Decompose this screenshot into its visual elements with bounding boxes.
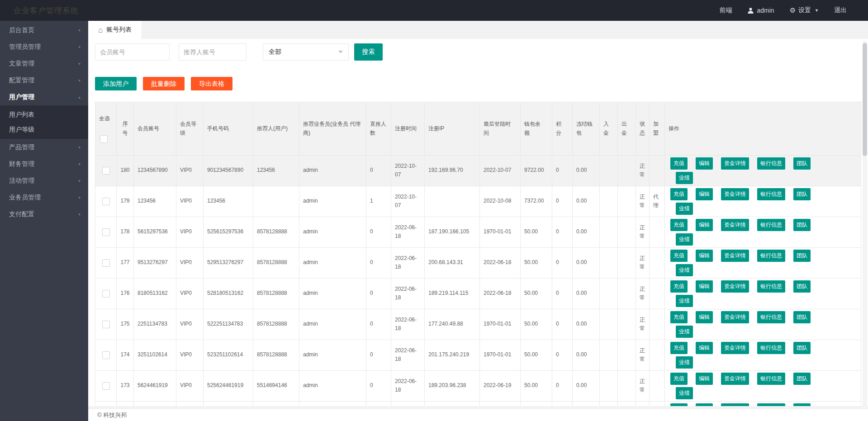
recharge-button[interactable]: 充值 <box>670 157 688 170</box>
funds-detail-button[interactable]: 资金详情 <box>721 311 749 323</box>
sidebar-subitem[interactable]: 用户列表 <box>0 107 88 122</box>
team-button[interactable]: 团队 <box>793 342 811 354</box>
bank-info-button[interactable]: 银行信息 <box>757 188 785 200</box>
funds-detail-button[interactable]: 资金详情 <box>721 342 749 354</box>
bank-info-button[interactable]: 银行信息 <box>757 373 785 385</box>
sidebar-item[interactable]: 管理员管理▼ <box>0 38 88 55</box>
edit-button[interactable]: 编辑 <box>696 311 713 323</box>
caret-down-icon: ▼ <box>78 28 81 32</box>
status-select[interactable]: 全部 <box>263 43 349 61</box>
bank-info-button[interactable]: 银行信息 <box>757 342 785 354</box>
performance-button[interactable]: 业绩 <box>676 172 693 184</box>
recharge-button[interactable]: 充值 <box>670 373 688 385</box>
funds-detail-button[interactable]: 资金详情 <box>721 157 749 170</box>
add-user-button[interactable]: 添加用户 <box>95 77 137 90</box>
recharge-button[interactable]: 充值 <box>670 311 688 323</box>
row-checkbox[interactable] <box>102 290 110 298</box>
sidebar-item[interactable]: 产品管理▼ <box>0 139 88 156</box>
performance-button[interactable]: 业绩 <box>676 387 693 399</box>
sidebar-item[interactable]: 支付配置▼ <box>0 206 88 222</box>
team-button[interactable]: 团队 <box>793 373 811 385</box>
bank-info-button[interactable]: 银行信息 <box>757 250 785 262</box>
edit-button[interactable]: 编辑 <box>696 250 713 262</box>
recharge-button[interactable]: 充值 <box>670 403 688 406</box>
bank-info-button[interactable]: 银行信息 <box>757 311 785 323</box>
performance-button[interactable]: 业绩 <box>676 326 693 338</box>
export-table-button[interactable]: 导出表格 <box>191 77 232 90</box>
funds-detail-button[interactable]: 资金详情 <box>721 373 749 385</box>
cell-balance: 50.00 <box>521 401 552 406</box>
performance-button[interactable]: 业绩 <box>676 295 693 307</box>
recharge-button[interactable]: 充值 <box>670 188 688 200</box>
performance-button[interactable]: 业绩 <box>676 264 693 276</box>
logout-link[interactable]: 退出 <box>826 0 854 21</box>
team-button[interactable]: 团队 <box>793 250 811 262</box>
funds-detail-button[interactable]: 资金详情 <box>721 250 749 262</box>
table-row: 1735624461919VIP05256244619195514694146a… <box>95 370 861 401</box>
performance-button[interactable]: 业绩 <box>676 356 693 369</box>
cell-frozen: 0.00 <box>573 155 600 186</box>
cell-reg-ip: 201.175.240.219 <box>425 340 480 370</box>
funds-detail-button[interactable]: 资金详情 <box>721 188 749 200</box>
frontend-link[interactable]: 前端 <box>711 0 740 21</box>
team-button[interactable]: 团队 <box>793 311 811 323</box>
tab-account-list[interactable]: ⌂ 账号列表 <box>88 21 142 39</box>
batch-delete-button[interactable]: 批量删除 <box>143 77 185 90</box>
performance-button[interactable]: 业绩 <box>676 233 693 246</box>
performance-button[interactable]: 业绩 <box>676 203 693 215</box>
settings-menu[interactable]: ⚙ 设置 ▼ <box>782 0 826 21</box>
team-button[interactable]: 团队 <box>793 188 811 200</box>
recharge-button[interactable]: 充值 <box>670 219 688 231</box>
row-checkbox[interactable] <box>102 167 110 175</box>
search-button[interactable]: 搜索 <box>354 43 383 61</box>
sidebar-item[interactable]: 文章管理▼ <box>0 55 88 72</box>
edit-button[interactable]: 编辑 <box>696 342 713 354</box>
recharge-button[interactable]: 充值 <box>670 250 688 262</box>
cell-points: 0 <box>552 309 573 340</box>
bank-info-button[interactable]: 银行信息 <box>757 219 785 231</box>
edit-button[interactable]: 编辑 <box>696 373 713 385</box>
team-button[interactable]: 团队 <box>793 219 811 231</box>
cell-deposit <box>600 401 618 406</box>
cell-join <box>650 247 665 278</box>
edit-button[interactable]: 编辑 <box>696 403 713 406</box>
scrollbar-thumb[interactable] <box>863 43 867 156</box>
bank-info-button[interactable]: 银行信息 <box>757 157 785 170</box>
vertical-scrollbar[interactable] <box>863 41 867 409</box>
cell-salesman: admin <box>299 186 366 217</box>
funds-detail-button[interactable]: 资金详情 <box>721 280 749 293</box>
cell-frozen: 0.00 <box>573 217 600 247</box>
user-menu[interactable]: admin <box>740 0 782 21</box>
cell-level: VIP0 <box>176 155 204 186</box>
bank-info-button[interactable]: 银行信息 <box>757 280 785 293</box>
sidebar-item[interactable]: 业务员管理▼ <box>0 189 88 206</box>
select-all-checkbox[interactable] <box>100 135 108 143</box>
row-checkbox[interactable] <box>102 228 110 236</box>
recharge-button[interactable]: 充值 <box>670 280 688 293</box>
edit-button[interactable]: 编辑 <box>696 188 713 200</box>
edit-button[interactable]: 编辑 <box>696 280 713 293</box>
sidebar-item[interactable]: 配置管理▼ <box>0 72 88 89</box>
edit-button[interactable]: 编辑 <box>696 157 713 170</box>
table-row: 1768180513162VIP05281805131628578128888a… <box>95 278 861 309</box>
funds-detail-button[interactable]: 资金详情 <box>721 403 749 406</box>
member-account-input[interactable] <box>95 43 170 61</box>
sidebar-item[interactable]: 财务管理▼ <box>0 156 88 172</box>
row-checkbox[interactable] <box>102 198 110 205</box>
funds-detail-button[interactable]: 资金详情 <box>721 219 749 231</box>
sidebar-item[interactable]: 后台首页▼ <box>0 22 88 38</box>
sidebar-subitem[interactable]: 用户等级 <box>0 122 88 137</box>
team-button[interactable]: 团队 <box>793 157 811 170</box>
row-checkbox[interactable] <box>102 351 110 359</box>
sidebar-item[interactable]: 活动管理▼ <box>0 172 88 189</box>
row-checkbox[interactable] <box>102 382 110 390</box>
edit-button[interactable]: 编辑 <box>696 219 713 231</box>
recharge-button[interactable]: 充值 <box>670 342 688 354</box>
sidebar-item[interactable]: 用户管理▲ <box>0 89 88 105</box>
row-checkbox[interactable] <box>102 259 110 267</box>
referrer-account-input[interactable] <box>179 43 247 61</box>
row-checkbox[interactable] <box>102 321 110 328</box>
team-button[interactable]: 团队 <box>793 403 811 406</box>
team-button[interactable]: 团队 <box>793 280 811 293</box>
bank-info-button[interactable]: 银行信息 <box>757 403 785 406</box>
